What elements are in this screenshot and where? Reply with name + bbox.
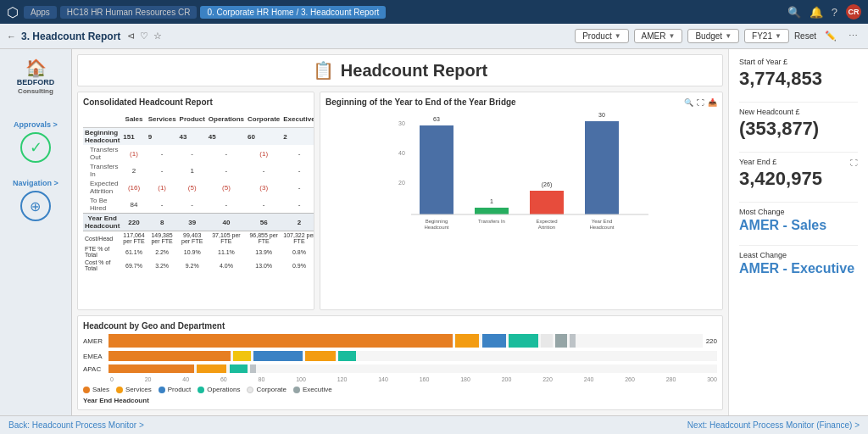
chart-expand-icon[interactable]: ⛶ — [697, 98, 704, 107]
headcount-table-area: Consolidated Headcount Report Sales Serv… — [77, 92, 314, 310]
bar-yearend — [585, 121, 619, 214]
most-change-value: AMER - Sales — [739, 218, 858, 233]
bar-attrition — [530, 191, 564, 214]
left-panel: 🏠 BEDFORD Consulting Approvals > ✓ Navig… — [0, 49, 72, 415]
col-operations: Operations — [207, 110, 246, 128]
approvals-link[interactable]: Approvals > — [14, 120, 58, 129]
geo-chart-title: Headcount by Geo and Department — [83, 321, 717, 331]
col-executive: Executive — [281, 110, 314, 128]
bar-beginning — [420, 125, 453, 214]
geo-row-emea: EMEA — [83, 351, 717, 361]
bridge-chart-title: Beginning of the Year to End of the Year… — [326, 97, 516, 107]
svg-text:Year End: Year End — [592, 219, 612, 224]
edit-icon[interactable]: ✏️ — [821, 29, 840, 43]
main-content: 🏠 BEDFORD Consulting Approvals > ✓ Navig… — [0, 49, 868, 415]
svg-text:1: 1 — [490, 198, 493, 204]
start-of-year-stat: Start of Year £ 3,774,853 — [739, 58, 858, 90]
year-end-label: Year End £ — [739, 158, 776, 166]
geo-bar-amer — [108, 334, 703, 348]
bridge-chart-area: Beginning of the Year to End of the Year… — [320, 92, 723, 310]
page-actions: ⊲ ♡ ☆ — [127, 31, 162, 42]
svg-text:Attrition: Attrition — [538, 225, 555, 230]
geo-label-amer: AMER — [83, 337, 108, 345]
navigation-link[interactable]: Navigation > — [13, 179, 58, 187]
nav-breadcrumb-1[interactable]: HC18 HR Human Resources CR — [60, 6, 198, 19]
star-icon[interactable]: ☆ — [153, 31, 162, 42]
svg-text:40: 40 — [398, 150, 405, 156]
reset-button[interactable]: Reset — [794, 31, 816, 41]
legend-operations: Operations — [198, 386, 240, 393]
nav-icons-group: 🔍 🔔 ? CR — [787, 4, 861, 19]
headcount-table: Sales Services Product Operations Corpor… — [83, 110, 314, 272]
right-panel: Start of Year £ 3,774,853 New Headcount … — [728, 49, 868, 415]
least-change-label: Least Change — [739, 251, 858, 259]
geo-legend: Sales Services Product Operations — [83, 386, 717, 393]
geo-axis: 020406080 100120140160180 20022024026028… — [83, 376, 717, 382]
share-icon[interactable]: ⊲ — [127, 31, 135, 42]
top-navigation: ⬡ Apps HC18 HR Human Resources CR 0. Cor… — [0, 0, 868, 24]
new-headcount-value: (353,877) — [739, 118, 858, 140]
svg-text:(26): (26) — [542, 181, 552, 188]
start-of-year-label: Start of Year £ — [739, 58, 858, 66]
most-change-stat: Most Change AMER - Sales — [739, 202, 858, 233]
center-area: 📋 Headcount Report Consolidated Headcoun… — [72, 49, 728, 415]
most-change-label: Most Change — [739, 208, 858, 216]
year-end-stat: Year End £ ⛶ 3,420,975 — [739, 152, 858, 190]
svg-text:Headcount: Headcount — [424, 225, 448, 230]
legend-executive: Executive — [293, 386, 332, 393]
svg-text:Transfers In: Transfers In — [478, 219, 505, 224]
logo-area: 🏠 BEDFORD Consulting — [17, 58, 55, 95]
legend-services: Services — [116, 386, 152, 393]
navigation-section: Navigation > ⊕ — [13, 166, 58, 225]
product-filter[interactable]: Product▼ — [575, 29, 628, 43]
geo-label-apac: APAC — [83, 365, 108, 373]
bar-transfers — [475, 208, 509, 214]
geo-row-amer: AMER 220 — [83, 334, 717, 348]
filter-bar: Product▼ AMER▼ Budget▼ FY21▼ Reset ✏️ ⋯ — [575, 29, 861, 43]
start-of-year-value: 3,774,853 — [739, 68, 858, 90]
chart-search-icon[interactable]: 🔍 — [684, 98, 693, 107]
new-headcount-stat: New Headcount £ (353,877) — [739, 102, 858, 140]
fy-filter[interactable]: FY21▼ — [744, 29, 789, 43]
more-icon[interactable]: ⋯ — [845, 29, 861, 43]
approvals-section: Approvals > ✓ — [14, 120, 58, 166]
amer-filter[interactable]: AMER▼ — [634, 29, 683, 43]
chart-toolbar: 🔍 ⛶ 📥 — [684, 98, 717, 107]
least-change-value: AMER - Executive — [739, 261, 858, 276]
help-icon[interactable]: ? — [832, 6, 837, 19]
geo-bar-apac — [108, 364, 717, 373]
navigation-icon[interactable]: ⊕ — [20, 191, 51, 221]
bell-icon[interactable]: 🔔 — [810, 6, 823, 19]
bottom-section: Headcount by Geo and Department AMER 220 — [77, 315, 723, 410]
search-icon[interactable]: 🔍 — [787, 6, 801, 19]
year-end-value: 3,420,975 — [739, 168, 858, 190]
geo-sub-title: Year End Headcount — [83, 397, 717, 404]
col-product: Product — [178, 110, 207, 128]
col-sales: Sales — [121, 110, 146, 128]
svg-text:30: 30 — [398, 120, 405, 126]
chart-download-icon[interactable]: 📥 — [708, 98, 717, 107]
report-title: Headcount Report — [341, 61, 487, 81]
expand-icon[interactable]: ⛶ — [850, 159, 858, 167]
page-title: 3. Headcount Report — [21, 31, 120, 42]
nav-breadcrumb-2[interactable]: 0. Corporate HR Home / 3. Headcount Repo… — [200, 6, 386, 19]
geo-row-apac: APAC — [83, 364, 717, 373]
logo-name: BEDFORD Consulting — [17, 78, 55, 95]
svg-text:Headcount: Headcount — [589, 225, 614, 230]
approvals-check-icon[interactable]: ✓ — [20, 132, 51, 163]
legend-corporate: Corporate — [247, 386, 287, 393]
svg-text:Expected: Expected — [536, 219, 557, 224]
heart-icon[interactable]: ♡ — [140, 31, 148, 42]
svg-text:63: 63 — [433, 116, 440, 122]
user-avatar[interactable]: CR — [846, 4, 861, 19]
svg-text:Beginning: Beginning — [426, 219, 448, 224]
next-link[interactable]: Next: Headcount Process Monitor (Finance… — [687, 420, 860, 430]
back-link[interactable]: Back: Headcount Process Monitor > — [8, 420, 144, 430]
back-arrow-icon[interactable]: ← — [7, 31, 16, 42]
nav-apps[interactable]: Apps — [24, 6, 57, 19]
report-icon: 📋 — [313, 60, 334, 81]
budget-filter[interactable]: Budget▼ — [687, 29, 739, 43]
middle-section: Consolidated Headcount Report Sales Serv… — [77, 92, 723, 310]
second-navigation: ← 3. Headcount Report ⊲ ♡ ☆ Product▼ AME… — [0, 24, 868, 49]
logo-icon: ⬡ — [7, 4, 19, 20]
